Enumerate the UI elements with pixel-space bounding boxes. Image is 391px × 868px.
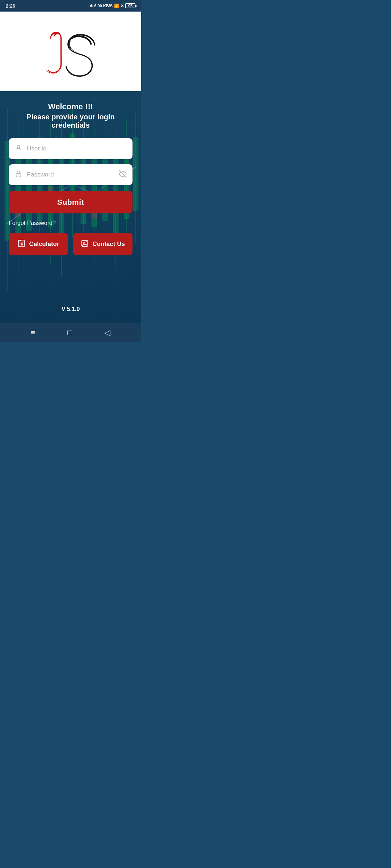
action-buttons: Calculator Contact Us — [9, 233, 133, 255]
main-content: Welcome !!! Please provide your login cr… — [0, 91, 141, 323]
submit-button[interactable]: Submit — [9, 191, 133, 213]
version-section: V 5.1.0 — [9, 299, 133, 316]
status-right: ✱ 6.00 KB/S 📶 ✕ 95 — [89, 3, 135, 8]
svg-point-50 — [83, 242, 85, 243]
version-text: V 5.1.0 — [62, 306, 80, 312]
form-section: Submit Forgot Password? Calculator — [9, 138, 133, 255]
battery-indicator: 95 — [125, 3, 135, 8]
calculator-icon — [17, 239, 25, 249]
welcome-subtitle: Please provide your login credentials — [9, 113, 133, 129]
user-id-input-wrapper — [9, 138, 133, 159]
logo-section — [0, 12, 141, 91]
status-bar: 2:26 ✱ 6.00 KB/S 📶 ✕ 95 — [0, 0, 141, 12]
status-time: 2:26 — [6, 3, 15, 9]
calculator-label: Calculator — [29, 241, 59, 248]
lock-icon — [14, 170, 22, 180]
password-input-wrapper — [9, 164, 133, 185]
contact-us-button[interactable]: Contact Us — [73, 233, 133, 255]
wifi-icon: 📶 — [114, 4, 119, 8]
user-icon — [14, 144, 22, 154]
toggle-password-icon[interactable] — [119, 170, 127, 180]
welcome-section: Welcome !!! Please provide your login cr… — [9, 102, 133, 129]
nav-home-icon[interactable]: □ — [67, 328, 72, 337]
svg-point-40 — [17, 145, 20, 148]
content-spacer — [9, 255, 133, 299]
forgot-password-link[interactable]: Forgot Password? — [9, 220, 133, 226]
welcome-title: Welcome !!! — [9, 102, 133, 111]
user-id-input[interactable] — [27, 145, 127, 152]
nav-back-icon[interactable]: ◁ — [104, 328, 110, 337]
network-speed: 6.00 KB/S — [94, 4, 113, 8]
contact-icon — [81, 239, 89, 249]
svg-rect-41 — [16, 174, 21, 177]
bluetooth-icon: ✱ — [89, 4, 93, 8]
x-icon: ✕ — [121, 4, 124, 8]
app-logo — [38, 26, 103, 77]
contact-us-label: Contact Us — [92, 241, 125, 248]
calculator-button[interactable]: Calculator — [9, 233, 68, 255]
svg-rect-36 — [133, 137, 138, 210]
password-input[interactable] — [27, 171, 114, 178]
nav-menu-icon[interactable]: ≡ — [31, 328, 35, 337]
nav-bar: ≡ □ ◁ — [0, 323, 141, 342]
